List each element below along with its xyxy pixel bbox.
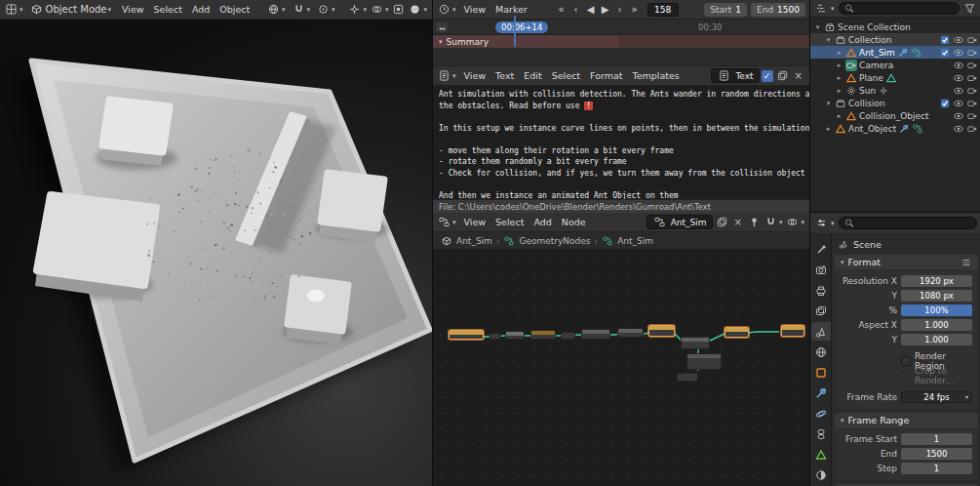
outliner-row-plane[interactable]: ▸Plane <box>810 71 980 84</box>
disclosure-expanded-icon[interactable]: ▾ <box>841 417 844 425</box>
playhead-line[interactable] <box>514 16 516 47</box>
aspect-x-field[interactable]: 1.000 <box>901 319 972 331</box>
menu-text[interactable]: Text <box>490 69 519 82</box>
outliner-row-scene-collection[interactable]: ▾Scene Collection <box>810 20 980 33</box>
properties-tab-object-data[interactable] <box>811 445 831 464</box>
disclosure-expanded-icon[interactable]: ▾ <box>439 38 443 46</box>
copy-icon[interactable] <box>715 215 729 229</box>
disclosure-collapsed-icon[interactable]: ▸ <box>835 49 843 57</box>
mode-selector[interactable]: Object Mode ▾ <box>26 1 116 18</box>
properties-search-input[interactable] <box>839 217 977 229</box>
outliner-row-sun[interactable]: ▸Sun <box>810 84 980 97</box>
-field[interactable]: 100% <box>901 304 972 316</box>
summary-channel-row[interactable]: ▾ Summary <box>433 35 809 48</box>
shading-solid-icon[interactable] <box>408 2 422 17</box>
prev-keyframe-button[interactable]: ‹ <box>569 2 583 17</box>
magnet-icon[interactable] <box>292 2 306 17</box>
editor-type-icon[interactable] <box>437 68 451 83</box>
end-field[interactable]: 1500 <box>901 448 972 460</box>
breadcrumb-item[interactable]: GeometryNodes <box>519 236 590 246</box>
cube-obstacle-top[interactable] <box>96 100 177 170</box>
gizmos-icon[interactable] <box>347 2 362 17</box>
jump-end-button[interactable]: » <box>628 2 642 17</box>
eye-icon[interactable] <box>953 72 964 84</box>
menu-select[interactable]: Select <box>490 216 529 228</box>
eye-icon[interactable] <box>953 47 964 59</box>
camera-icon[interactable] <box>966 123 978 135</box>
menu-select[interactable]: Select <box>149 3 187 16</box>
outliner-row-collection[interactable]: ▾Collection <box>810 33 980 46</box>
3d-scene-canvas[interactable] <box>0 20 432 486</box>
properties-tab-constraints[interactable] <box>811 425 831 443</box>
properties-tab-material[interactable] <box>811 466 831 484</box>
checkbox-icon[interactable] <box>939 98 951 109</box>
geometry-node-5[interactable] <box>561 332 575 340</box>
camera-icon[interactable] <box>966 98 978 109</box>
menu-view[interactable]: View <box>459 216 491 228</box>
y-field[interactable]: 1080 px <box>901 290 972 302</box>
eye-icon[interactable] <box>953 85 964 97</box>
geometry-node-11[interactable] <box>677 373 698 382</box>
outliner-row-camera[interactable]: ▸Camera <box>810 59 980 71</box>
menu-templates[interactable]: Templates <box>627 69 684 82</box>
magnet-icon[interactable] <box>764 215 778 229</box>
step-field[interactable]: 1 <box>901 463 972 474</box>
properties-tab-physics[interactable] <box>811 404 831 423</box>
checkbox-icon[interactable] <box>939 47 951 59</box>
frame-start-field[interactable]: 1 <box>901 433 972 445</box>
overlays-icon[interactable] <box>370 2 384 17</box>
geometry-node-12[interactable] <box>725 327 749 338</box>
timeline-ruler[interactable]: ◂◂ 00:06+14 00:30 <box>433 20 809 35</box>
checkbox-crop-to-render[interactable] <box>901 371 911 381</box>
disclosure-collapsed-icon[interactable]: ▸ <box>835 87 843 95</box>
jump-start-button[interactable]: « <box>555 2 568 17</box>
transform-orientation-dropdown[interactable]: ▾ <box>263 1 290 18</box>
outliner-row-ant-object[interactable]: ▸Ant_Object <box>810 122 980 135</box>
proportional-editing-dropdown[interactable]: ▾ <box>313 1 339 18</box>
breadcrumb-item[interactable]: Ant_Sim <box>617 236 653 246</box>
next-keyframe-button[interactable]: › <box>613 2 627 17</box>
unlink-icon[interactable]: × <box>792 70 805 81</box>
geometry-node-9[interactable] <box>681 337 710 349</box>
geometry-node-4[interactable] <box>530 330 556 340</box>
disclosure-expanded-icon[interactable]: ▾ <box>841 259 844 266</box>
eye-icon[interactable] <box>953 34 964 46</box>
camera-icon[interactable] <box>966 34 978 46</box>
menu-add[interactable]: Add <box>187 3 215 16</box>
geometry-node-10[interactable] <box>686 353 722 370</box>
breadcrumb-item[interactable]: Ant_Sim <box>456 236 492 246</box>
menu-object[interactable]: Object <box>215 3 255 16</box>
outliner-row-collision-object[interactable]: ▸Collision_Object <box>810 109 980 122</box>
channel-region-toggle[interactable]: ◂◂ <box>436 22 448 32</box>
xray-icon[interactable] <box>391 2 406 17</box>
start-frame-field[interactable]: Start1 <box>704 3 747 17</box>
menu-select[interactable]: Select <box>547 69 585 82</box>
cube-obstacle-right[interactable] <box>316 173 390 242</box>
geometry-node-6[interactable] <box>581 329 610 340</box>
menu-add[interactable]: Add <box>529 216 556 228</box>
checkbox-render-region[interactable] <box>901 356 911 366</box>
overlays-icon[interactable] <box>785 215 800 229</box>
disclosure-collapsed-icon[interactable]: ▸ <box>824 125 833 133</box>
menu-format[interactable]: Format <box>585 69 627 82</box>
properties-tab-object[interactable] <box>811 363 831 382</box>
node-canvas[interactable] <box>433 250 809 486</box>
camera-icon[interactable] <box>966 47 978 59</box>
end-frame-field[interactable]: End1500 <box>751 3 805 17</box>
editor-type-icon[interactable] <box>814 216 829 230</box>
frame-rate-field[interactable]: 24 fps▾ <box>901 391 972 403</box>
resolution-x-field[interactable]: 1920 px <box>901 275 972 287</box>
properties-tab-view-layer[interactable] <box>811 302 831 320</box>
geometry-node-7[interactable] <box>617 328 644 338</box>
editor-type-icon[interactable] <box>4 2 19 17</box>
geometry-node-2[interactable] <box>490 333 501 340</box>
menu-view[interactable]: View <box>459 69 491 82</box>
properties-tab-render[interactable] <box>811 261 831 279</box>
disclosure-expanded-icon[interactable]: ▾ <box>824 100 833 107</box>
filter-icon[interactable] <box>962 1 977 16</box>
disclosure-expanded-icon[interactable]: ▾ <box>824 36 833 44</box>
eye-icon[interactable] <box>953 123 964 135</box>
node-tree-selector[interactable]: Ant_Sim <box>647 215 713 229</box>
geometry-node-13[interactable] <box>781 325 804 337</box>
properties-tab-scene[interactable] <box>811 322 831 341</box>
